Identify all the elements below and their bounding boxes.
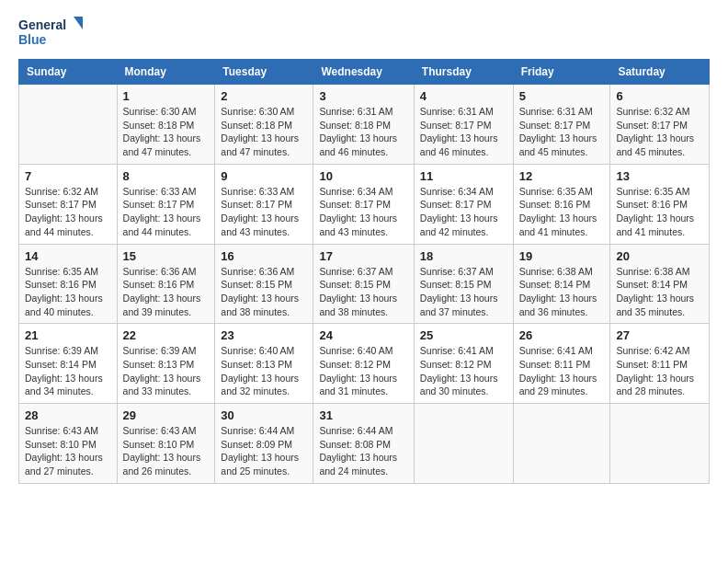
- weekday-thursday: Thursday: [414, 60, 513, 85]
- day-number: 19: [519, 249, 605, 263]
- page-header: General Blue: [18, 15, 710, 52]
- logo-svg: General Blue: [18, 15, 83, 52]
- day-info: Sunrise: 6:42 AMSunset: 8:11 PMDaylight:…: [616, 344, 703, 398]
- calendar-cell: 2Sunrise: 6:30 AMSunset: 8:18 PMDaylight…: [215, 85, 313, 165]
- calendar-cell: [19, 85, 118, 165]
- weekday-sunday: Sunday: [19, 60, 118, 85]
- calendar-cell: 27Sunrise: 6:42 AMSunset: 8:11 PMDayligh…: [610, 324, 710, 404]
- day-info: Sunrise: 6:34 AMSunset: 8:17 PMDaylight:…: [319, 185, 407, 239]
- day-info: Sunrise: 6:31 AMSunset: 8:17 PMDaylight:…: [420, 105, 507, 159]
- calendar-cell: 26Sunrise: 6:41 AMSunset: 8:11 PMDayligh…: [513, 324, 610, 404]
- day-number: 14: [25, 249, 111, 263]
- day-info: Sunrise: 6:43 AMSunset: 8:10 PMDaylight:…: [25, 424, 111, 478]
- calendar-cell: 8Sunrise: 6:33 AMSunset: 8:17 PMDaylight…: [117, 164, 215, 244]
- day-number: 8: [123, 169, 210, 183]
- svg-text:General: General: [18, 17, 66, 32]
- day-number: 23: [221, 328, 307, 342]
- calendar-cell: [513, 404, 610, 484]
- weekday-monday: Monday: [117, 60, 215, 85]
- calendar-cell: 19Sunrise: 6:38 AMSunset: 8:14 PMDayligh…: [513, 244, 610, 324]
- day-info: Sunrise: 6:32 AMSunset: 8:17 PMDaylight:…: [25, 185, 111, 239]
- day-info: Sunrise: 6:32 AMSunset: 8:17 PMDaylight:…: [616, 105, 703, 159]
- week-row-1: 1Sunrise: 6:30 AMSunset: 8:18 PMDaylight…: [19, 85, 710, 165]
- day-number: 9: [221, 169, 307, 183]
- calendar-cell: 10Sunrise: 6:34 AMSunset: 8:17 PMDayligh…: [313, 164, 414, 244]
- day-info: Sunrise: 6:37 AMSunset: 8:15 PMDaylight:…: [420, 265, 507, 319]
- calendar-cell: [610, 404, 710, 484]
- day-info: Sunrise: 6:41 AMSunset: 8:11 PMDaylight:…: [519, 344, 605, 398]
- day-number: 28: [25, 408, 111, 422]
- day-number: 24: [319, 328, 407, 342]
- day-info: Sunrise: 6:35 AMSunset: 8:16 PMDaylight:…: [25, 265, 111, 319]
- calendar-cell: 30Sunrise: 6:44 AMSunset: 8:09 PMDayligh…: [215, 404, 313, 484]
- weekday-friday: Friday: [513, 60, 610, 85]
- day-info: Sunrise: 6:31 AMSunset: 8:18 PMDaylight:…: [319, 105, 407, 159]
- day-number: 18: [420, 249, 507, 263]
- day-info: Sunrise: 6:44 AMSunset: 8:08 PMDaylight:…: [319, 424, 407, 478]
- day-info: Sunrise: 6:43 AMSunset: 8:10 PMDaylight:…: [123, 424, 210, 478]
- day-info: Sunrise: 6:36 AMSunset: 8:15 PMDaylight:…: [221, 265, 307, 319]
- calendar-cell: 24Sunrise: 6:40 AMSunset: 8:12 PMDayligh…: [313, 324, 414, 404]
- calendar-cell: 22Sunrise: 6:39 AMSunset: 8:13 PMDayligh…: [117, 324, 215, 404]
- weekday-header-row: SundayMondayTuesdayWednesdayThursdayFrid…: [19, 60, 710, 85]
- day-number: 17: [319, 249, 407, 263]
- day-number: 31: [319, 408, 407, 422]
- calendar-cell: 28Sunrise: 6:43 AMSunset: 8:10 PMDayligh…: [19, 404, 118, 484]
- day-info: Sunrise: 6:35 AMSunset: 8:16 PMDaylight:…: [519, 185, 605, 239]
- day-number: 1: [123, 89, 210, 103]
- day-number: 12: [519, 169, 605, 183]
- calendar-cell: 3Sunrise: 6:31 AMSunset: 8:18 PMDaylight…: [313, 85, 414, 165]
- day-info: Sunrise: 6:40 AMSunset: 8:12 PMDaylight:…: [319, 344, 407, 398]
- day-info: Sunrise: 6:38 AMSunset: 8:14 PMDaylight:…: [616, 265, 703, 319]
- calendar-cell: 7Sunrise: 6:32 AMSunset: 8:17 PMDaylight…: [19, 164, 118, 244]
- day-info: Sunrise: 6:39 AMSunset: 8:13 PMDaylight:…: [123, 344, 210, 398]
- day-number: 10: [319, 169, 407, 183]
- svg-text:Blue: Blue: [18, 32, 47, 47]
- day-info: Sunrise: 6:44 AMSunset: 8:09 PMDaylight:…: [221, 424, 307, 478]
- calendar-cell: 14Sunrise: 6:35 AMSunset: 8:16 PMDayligh…: [19, 244, 118, 324]
- day-info: Sunrise: 6:33 AMSunset: 8:17 PMDaylight:…: [123, 185, 210, 239]
- day-number: 30: [221, 408, 307, 422]
- calendar-table: SundayMondayTuesdayWednesdayThursdayFrid…: [18, 59, 710, 484]
- day-number: 25: [420, 328, 507, 342]
- calendar-cell: 12Sunrise: 6:35 AMSunset: 8:16 PMDayligh…: [513, 164, 610, 244]
- day-info: Sunrise: 6:33 AMSunset: 8:17 PMDaylight:…: [221, 185, 307, 239]
- weekday-tuesday: Tuesday: [215, 60, 313, 85]
- day-number: 11: [420, 169, 507, 183]
- calendar-body: 1Sunrise: 6:30 AMSunset: 8:18 PMDaylight…: [19, 85, 710, 484]
- day-info: Sunrise: 6:38 AMSunset: 8:14 PMDaylight:…: [519, 265, 605, 319]
- calendar-cell: 25Sunrise: 6:41 AMSunset: 8:12 PMDayligh…: [414, 324, 513, 404]
- day-info: Sunrise: 6:35 AMSunset: 8:16 PMDaylight:…: [616, 185, 703, 239]
- calendar-cell: 16Sunrise: 6:36 AMSunset: 8:15 PMDayligh…: [215, 244, 313, 324]
- calendar-cell: 21Sunrise: 6:39 AMSunset: 8:14 PMDayligh…: [19, 324, 118, 404]
- day-number: 3: [319, 89, 407, 103]
- day-info: Sunrise: 6:36 AMSunset: 8:16 PMDaylight:…: [123, 265, 210, 319]
- day-number: 7: [25, 169, 111, 183]
- calendar-cell: 18Sunrise: 6:37 AMSunset: 8:15 PMDayligh…: [414, 244, 513, 324]
- day-number: 16: [221, 249, 307, 263]
- week-row-4: 21Sunrise: 6:39 AMSunset: 8:14 PMDayligh…: [19, 324, 710, 404]
- day-info: Sunrise: 6:39 AMSunset: 8:14 PMDaylight:…: [25, 344, 111, 398]
- day-info: Sunrise: 6:30 AMSunset: 8:18 PMDaylight:…: [123, 105, 210, 159]
- calendar-cell: 15Sunrise: 6:36 AMSunset: 8:16 PMDayligh…: [117, 244, 215, 324]
- day-number: 27: [616, 328, 703, 342]
- day-number: 4: [420, 89, 507, 103]
- day-info: Sunrise: 6:37 AMSunset: 8:15 PMDaylight:…: [319, 265, 407, 319]
- week-row-2: 7Sunrise: 6:32 AMSunset: 8:17 PMDaylight…: [19, 164, 710, 244]
- day-number: 22: [123, 328, 210, 342]
- svg-marker-2: [74, 17, 83, 29]
- day-number: 21: [25, 328, 111, 342]
- calendar-cell: [414, 404, 513, 484]
- calendar-cell: 9Sunrise: 6:33 AMSunset: 8:17 PMDaylight…: [215, 164, 313, 244]
- day-info: Sunrise: 6:40 AMSunset: 8:13 PMDaylight:…: [221, 344, 307, 398]
- calendar-cell: 5Sunrise: 6:31 AMSunset: 8:17 PMDaylight…: [513, 85, 610, 165]
- calendar-cell: 13Sunrise: 6:35 AMSunset: 8:16 PMDayligh…: [610, 164, 710, 244]
- calendar-cell: 1Sunrise: 6:30 AMSunset: 8:18 PMDaylight…: [117, 85, 215, 165]
- calendar-cell: 6Sunrise: 6:32 AMSunset: 8:17 PMDaylight…: [610, 85, 710, 165]
- day-info: Sunrise: 6:30 AMSunset: 8:18 PMDaylight:…: [221, 105, 307, 159]
- day-number: 29: [123, 408, 210, 422]
- logo: General Blue: [18, 15, 83, 52]
- week-row-3: 14Sunrise: 6:35 AMSunset: 8:16 PMDayligh…: [19, 244, 710, 324]
- day-info: Sunrise: 6:41 AMSunset: 8:12 PMDaylight:…: [420, 344, 507, 398]
- calendar-cell: 4Sunrise: 6:31 AMSunset: 8:17 PMDaylight…: [414, 85, 513, 165]
